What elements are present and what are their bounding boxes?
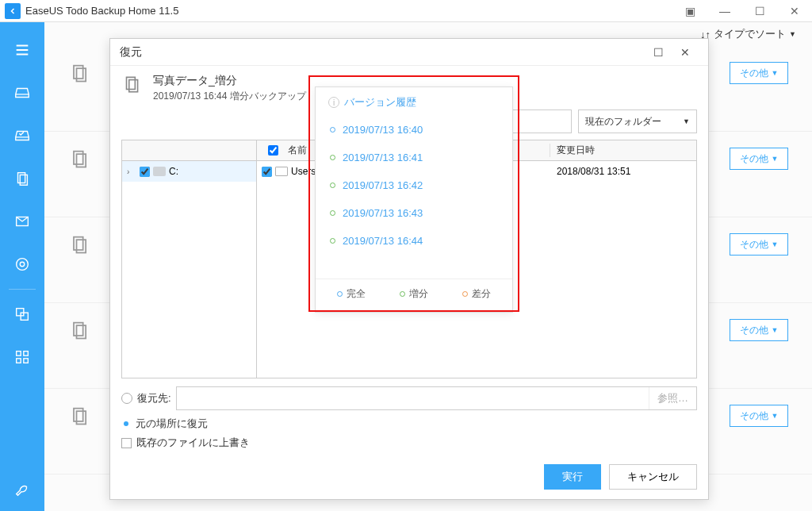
close-button[interactable]: ✕: [777, 0, 812, 22]
svg-rect-19: [74, 409, 83, 421]
column-name[interactable]: 名前: [288, 144, 307, 157]
svg-rect-22: [129, 80, 138, 92]
task-icon: [68, 319, 97, 348]
svg-rect-15: [74, 237, 83, 250]
svg-rect-7: [17, 352, 21, 356]
svg-rect-17: [74, 323, 83, 336]
dest-path-input[interactable]: 参照…: [176, 386, 697, 410]
version-legend: 完全 増分 差分: [316, 279, 512, 305]
help-icon[interactable]: ▣: [672, 0, 707, 22]
titlebar: EaseUS Todo Backup Home 11.5 ▣ — ☐ ✕: [0, 0, 812, 22]
svg-point-4: [17, 259, 29, 271]
svg-point-3: [20, 262, 25, 267]
info-icon: i: [328, 97, 339, 108]
version-item[interactable]: 2019/07/13 16:44: [316, 227, 512, 255]
svg-rect-5: [17, 309, 24, 316]
dest-original-radio[interactable]: [121, 419, 131, 428]
svg-rect-16: [77, 240, 86, 252]
disk-backup-icon[interactable]: [0, 71, 44, 114]
version-item[interactable]: 2019/07/13 16:41: [316, 144, 512, 171]
menu-icon[interactable]: [0, 29, 44, 71]
run-button[interactable]: 実行: [544, 464, 601, 490]
task-icon: [68, 405, 97, 433]
column-date[interactable]: 変更日時: [557, 144, 595, 156]
folder-tree[interactable]: › C:: [122, 140, 257, 378]
svg-rect-14: [77, 154, 86, 167]
sort-control[interactable]: ↓↑タイプでソート▼: [700, 27, 796, 41]
drive-label: C:: [169, 166, 178, 177]
dest-label: 復元先:: [137, 391, 171, 405]
cancel-button[interactable]: キャンセル: [609, 464, 697, 490]
row-checkbox[interactable]: [262, 167, 272, 177]
task-icon: [68, 233, 97, 262]
version-item[interactable]: 2019/07/13 16:40: [316, 116, 512, 144]
svg-rect-1: [20, 175, 27, 185]
version-item[interactable]: 2019/07/13 16:42: [316, 171, 512, 199]
svg-rect-20: [77, 411, 86, 424]
restore-dialog: 復元 ☐ ✕ 写真データ_増分 2019/07/13 16:44 増分バックアッ…: [109, 38, 709, 500]
app-logo-icon: [5, 3, 21, 19]
file-name: Users: [291, 166, 316, 177]
clone-icon[interactable]: [0, 293, 44, 336]
overwrite-label: 既存のファイルに上書き: [136, 436, 250, 450]
dest-custom-radio[interactable]: [121, 393, 132, 404]
version-history-popup: i バージョン履歴 2019/07/13 16:40 2019/07/13 16…: [315, 86, 513, 313]
dialog-maximize-button[interactable]: ☐: [645, 40, 672, 64]
svg-rect-12: [77, 68, 86, 81]
svg-rect-11: [74, 66, 83, 79]
minimize-button[interactable]: —: [707, 0, 742, 22]
window-title: EaseUS Todo Backup Home 11.5: [25, 5, 178, 17]
mail-backup-icon[interactable]: [0, 200, 44, 243]
svg-rect-9: [17, 359, 21, 363]
select-all-checkbox[interactable]: [268, 145, 278, 156]
version-item[interactable]: 2019/07/13 16:43: [316, 199, 512, 227]
task-file-icon: [121, 74, 144, 96]
task-name: 写真データ_増分: [153, 74, 306, 88]
svg-rect-18: [77, 325, 86, 338]
version-history-title: i バージョン履歴: [316, 94, 512, 116]
overwrite-checkbox[interactable]: [121, 438, 132, 448]
browse-button[interactable]: 参照…: [649, 387, 696, 409]
dest-path-field[interactable]: [177, 387, 649, 409]
tree-drive-row[interactable]: › C:: [122, 161, 256, 182]
svg-rect-13: [74, 152, 83, 164]
expand-icon[interactable]: ›: [127, 167, 136, 176]
tree-checkbox[interactable]: [140, 167, 150, 177]
other-button[interactable]: その他▼: [730, 319, 788, 341]
sidebar: [0, 22, 44, 511]
file-date: 2018/08/31 13:51: [550, 166, 696, 177]
maximize-button[interactable]: ☐: [742, 0, 777, 22]
folder-icon: [275, 167, 288, 176]
tools-icon[interactable]: [0, 336, 44, 378]
dialog-title: 復元: [120, 45, 645, 60]
settings-icon[interactable]: [0, 468, 44, 511]
orig-location-label: 元の場所に復元: [136, 417, 208, 431]
other-button[interactable]: その他▼: [730, 62, 788, 84]
svg-rect-8: [24, 352, 29, 356]
task-icon: [68, 62, 97, 90]
task-subtitle: 2019/07/13 16:44 増分バックアップ: [153, 90, 306, 103]
svg-rect-21: [127, 77, 136, 89]
other-button[interactable]: その他▼: [730, 233, 788, 256]
smart-backup-icon[interactable]: [0, 243, 44, 286]
system-backup-icon[interactable]: [0, 114, 44, 157]
task-icon: [68, 148, 97, 176]
other-button[interactable]: その他▼: [730, 405, 788, 427]
svg-rect-10: [24, 359, 29, 363]
drive-icon: [153, 167, 166, 176]
svg-rect-0: [18, 173, 25, 183]
other-button[interactable]: その他▼: [730, 148, 788, 170]
dialog-close-button[interactable]: ✕: [672, 40, 699, 64]
folder-scope-select[interactable]: 現在のフォルダー▼: [578, 110, 697, 133]
svg-rect-6: [21, 313, 28, 320]
file-backup-icon[interactable]: [0, 157, 44, 200]
